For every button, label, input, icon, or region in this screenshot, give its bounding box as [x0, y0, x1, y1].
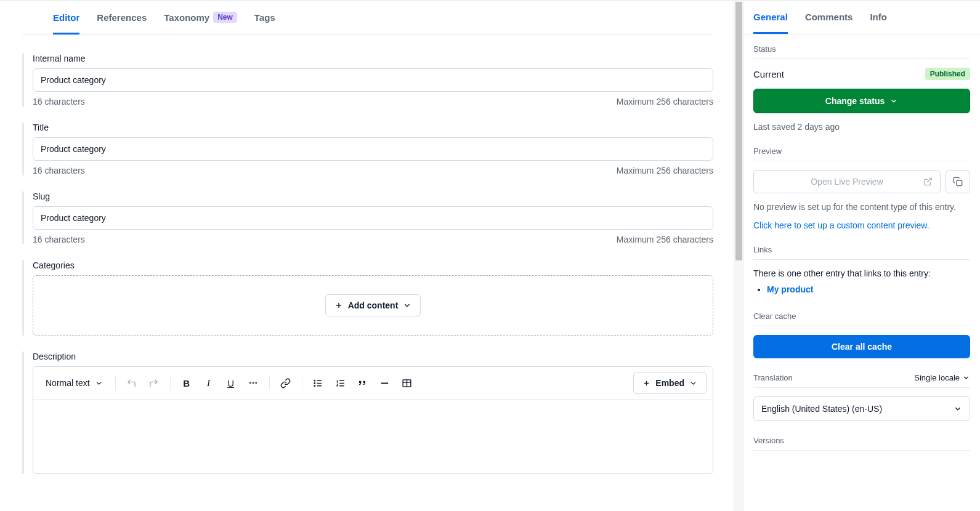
open-live-preview-button[interactable]: Open Live Preview — [753, 170, 941, 193]
svg-point-3 — [252, 382, 254, 384]
embed-label: Embed — [655, 378, 684, 388]
svg-point-9 — [314, 382, 315, 383]
section-cache: Clear cache Clear all cache — [743, 302, 980, 363]
field-categories: Categories Add content — [22, 260, 713, 336]
embed-button[interactable]: Embed — [633, 372, 707, 394]
rte-text-style-label: Normal text — [46, 378, 90, 388]
internal-name-input[interactable] — [33, 68, 713, 92]
scrollbar[interactable] — [734, 1, 743, 511]
rte-body[interactable] — [33, 400, 713, 473]
chevron-down-icon — [689, 379, 697, 387]
slug-max: Maximum 256 characters — [617, 235, 713, 244]
cache-header: Clear cache — [753, 312, 970, 326]
tab-editor[interactable]: Editor — [53, 1, 79, 34]
translation-mode-label: Single locale — [914, 373, 960, 382]
versions-header: Versions — [753, 436, 970, 451]
sidebar-tab-general[interactable]: General — [753, 1, 788, 34]
copy-preview-button[interactable] — [946, 170, 970, 193]
svg-rect-21 — [957, 180, 962, 186]
bold-button[interactable]: B — [177, 373, 196, 393]
add-content-button[interactable]: Add content — [325, 294, 421, 316]
copy-icon — [953, 177, 963, 187]
quote-icon — [358, 378, 368, 388]
preview-note: No preview is set up for the content typ… — [753, 202, 970, 212]
table-icon — [402, 378, 412, 388]
tab-taxonomy[interactable]: Taxonomy New — [164, 1, 237, 34]
ordered-list-icon — [335, 378, 346, 388]
internal-name-max: Maximum 256 characters — [617, 97, 713, 107]
bullet-list-icon — [313, 378, 323, 388]
link-icon — [280, 378, 291, 388]
svg-point-10 — [314, 385, 315, 386]
rte-text-style[interactable]: Normal text — [39, 374, 109, 392]
separator — [269, 376, 270, 390]
links-header: Links — [753, 245, 970, 260]
separator — [302, 376, 302, 390]
sidebar-tab-info[interactable]: Info — [870, 1, 887, 34]
open-live-preview-label: Open Live Preview — [811, 177, 883, 187]
title-label: Title — [33, 123, 713, 132]
last-saved: Last saved 2 days ago — [753, 122, 970, 132]
section-status: Status Current Published Change status L… — [743, 34, 980, 137]
internal-name-label: Internal name — [33, 54, 713, 63]
more-button[interactable] — [243, 373, 263, 393]
locale-select[interactable]: English (United States) (en-US) — [753, 396, 970, 421]
slug-input[interactable] — [33, 206, 713, 230]
title-input[interactable] — [33, 137, 713, 161]
redo-button[interactable] — [144, 373, 164, 393]
bullet-list-button[interactable] — [309, 373, 328, 393]
svg-point-4 — [255, 382, 257, 384]
separator — [115, 376, 116, 390]
italic-button[interactable]: I — [199, 373, 219, 393]
tab-references[interactable]: References — [97, 1, 147, 34]
slug-label: Slug — [33, 191, 713, 201]
status-header: Status — [753, 44, 970, 59]
quote-button[interactable] — [353, 373, 373, 393]
change-status-label: Change status — [825, 96, 885, 106]
field-internal-name: Internal name 16 characters Maximum 256 … — [22, 54, 713, 107]
rte-toolbar: Normal text B I — [33, 367, 713, 400]
more-icon — [248, 378, 258, 388]
hr-icon — [379, 378, 390, 388]
chevron-down-icon — [954, 404, 962, 413]
linked-entry[interactable]: My product — [767, 284, 813, 294]
svg-line-20 — [927, 178, 931, 182]
categories-label: Categories — [33, 260, 713, 270]
setup-preview-link[interactable]: Click here to set up a custom content pr… — [753, 220, 970, 230]
change-status-button[interactable]: Change status — [753, 89, 970, 113]
section-preview: Preview Open Live Preview No preview is … — [743, 137, 980, 235]
scrollbar-thumb[interactable] — [735, 2, 742, 260]
section-translation: Translation Single locale English (Unite… — [743, 363, 980, 426]
badge-new: New — [213, 12, 237, 23]
ordered-list-button[interactable] — [331, 373, 350, 393]
hr-button[interactable] — [375, 373, 395, 393]
section-versions: Versions — [743, 426, 980, 456]
clear-cache-button[interactable]: Clear all cache — [753, 335, 970, 358]
tab-taxonomy-label: Taxonomy — [164, 12, 209, 23]
link-button[interactable] — [276, 373, 296, 393]
translation-mode[interactable]: Single locale — [914, 373, 970, 382]
field-slug: Slug 16 characters Maximum 256 character… — [22, 191, 713, 244]
chevron-down-icon — [95, 379, 103, 387]
description-label: Description — [33, 352, 713, 361]
field-description: Description Normal text — [22, 352, 713, 474]
sidebar-tabs: General Comments Info — [743, 1, 980, 34]
links-list: My product — [753, 284, 970, 294]
underline-button[interactable]: U — [221, 373, 241, 393]
main-tabs: Editor References Taxonomy New Tags — [22, 1, 713, 35]
external-link-icon — [923, 177, 933, 187]
tab-tags[interactable]: Tags — [254, 1, 275, 34]
table-button[interactable] — [397, 373, 417, 393]
sidebar-tab-comments[interactable]: Comments — [805, 1, 853, 34]
separator — [170, 376, 171, 390]
undo-icon — [126, 378, 137, 388]
internal-name-count: 16 characters — [33, 97, 85, 107]
svg-point-2 — [249, 382, 251, 384]
categories-dropzone: Add content — [33, 275, 713, 336]
chevron-down-icon — [889, 97, 898, 105]
redo-icon — [148, 378, 159, 388]
slug-count: 16 characters — [33, 235, 85, 244]
undo-button[interactable] — [122, 373, 142, 393]
preview-header: Preview — [753, 147, 970, 161]
rich-text-editor: Normal text B I — [33, 366, 713, 474]
